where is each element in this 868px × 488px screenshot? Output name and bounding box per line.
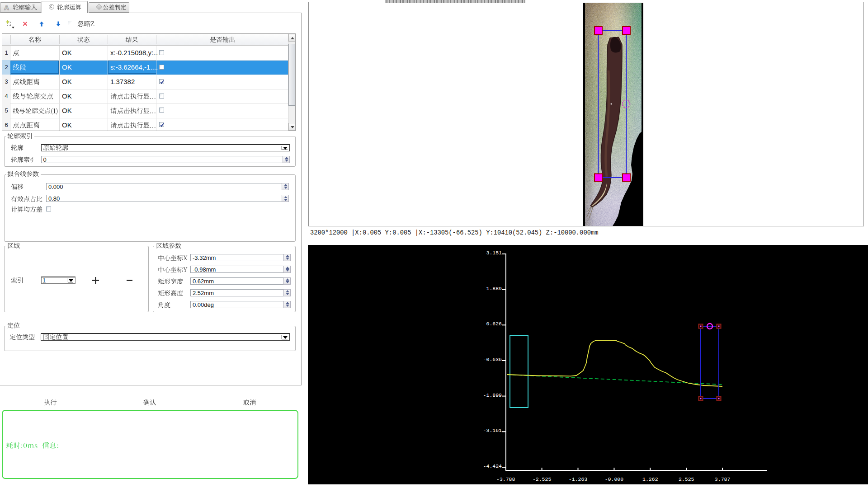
svg-text:3.787: 3.787 bbox=[715, 476, 731, 482]
svg-text:-0.636: -0.636 bbox=[483, 357, 502, 362]
svg-text:1.262: 1.262 bbox=[642, 476, 658, 482]
svg-text:-1.899: -1.899 bbox=[483, 392, 502, 398]
svg-text:-1.263: -1.263 bbox=[569, 476, 588, 482]
svg-text:2.525: 2.525 bbox=[679, 476, 694, 482]
svg-text:-4.424: -4.424 bbox=[483, 463, 502, 469]
svg-text:0.626: 0.626 bbox=[486, 321, 502, 327]
svg-text:-2.525: -2.525 bbox=[533, 476, 552, 482]
svg-text:-3.788: -3.788 bbox=[496, 476, 515, 482]
svg-text:1.889: 1.889 bbox=[486, 286, 502, 291]
svg-text:-3.161: -3.161 bbox=[483, 427, 502, 433]
svg-text:3.151: 3.151 bbox=[486, 250, 502, 256]
svg-text:-0.000: -0.000 bbox=[605, 476, 624, 482]
